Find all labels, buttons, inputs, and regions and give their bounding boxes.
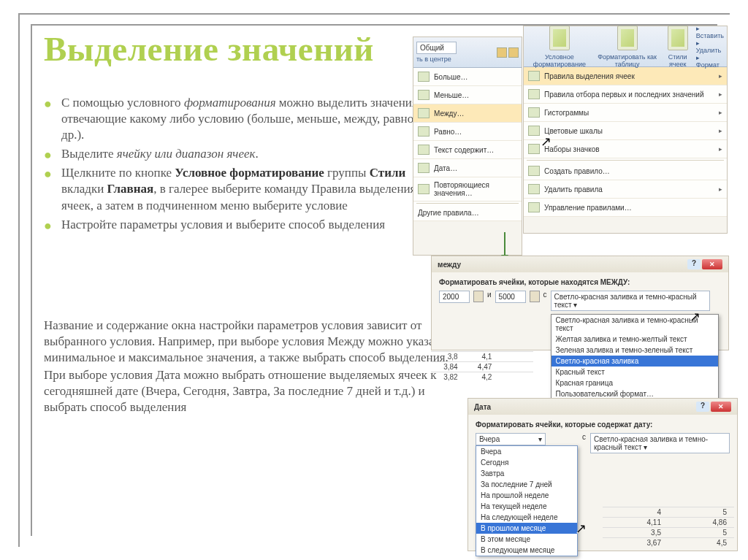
menu-equal[interactable]: Равно… xyxy=(413,123,522,141)
greater-icon xyxy=(418,72,430,82)
date-format-select[interactable]: Светло-красная заливка и темно-красный т… xyxy=(590,433,730,453)
menu-highlight-rules[interactable]: Правила выделения ячеек▸ xyxy=(524,67,727,85)
screenshot-between-dialog: между?✕ Форматировать ячейки, которые на… xyxy=(431,256,729,350)
duplicate-icon xyxy=(418,184,430,194)
close-icon[interactable]: ✕ xyxy=(702,259,722,269)
highlight-icon xyxy=(528,71,540,81)
menu-databars[interactable]: Гистограммы▸ xyxy=(524,104,727,122)
currency-icon xyxy=(497,47,507,58)
less-icon xyxy=(418,90,430,100)
frame-line xyxy=(18,13,730,15)
menu-top-bottom[interactable]: Правила отбора первых и последних значен… xyxy=(524,85,727,104)
text-icon xyxy=(418,145,430,155)
slide-title: Выделение значений xyxy=(44,29,374,69)
menu-date[interactable]: Дата… xyxy=(413,159,522,177)
range-picker-icon xyxy=(473,291,484,302)
conditional-format-icon xyxy=(549,26,570,50)
clear-icon xyxy=(528,184,540,194)
menu-clear-rules[interactable]: Удалить правила▸ xyxy=(524,180,727,199)
between-icon xyxy=(418,108,430,118)
menu-between[interactable]: Между… xyxy=(413,104,522,123)
equal-icon xyxy=(418,126,430,137)
new-rule-icon xyxy=(528,166,540,176)
bars-icon xyxy=(528,107,540,118)
frame-line xyxy=(31,24,32,536)
format-dropdown[interactable]: Светло-красная заливка и темно-красный т… xyxy=(551,314,719,400)
dialog-label: Форматировать ячейки, которые содержат д… xyxy=(476,421,730,429)
max-input[interactable]: 5000 xyxy=(495,291,526,303)
bullet-list: С помощью условного форматирования можно… xyxy=(44,95,424,236)
percent-icon xyxy=(508,47,519,58)
menu-icon-sets[interactable]: Наборы значков▸ xyxy=(524,140,727,158)
scales-icon xyxy=(528,126,540,136)
body-text: Название и содержание окна настройки пар… xyxy=(44,318,453,418)
frame-line xyxy=(18,13,20,547)
top-icon xyxy=(528,89,540,99)
screenshot-conditional-menu-left: Общий ть в центре Больше… Меньше… Между…… xyxy=(413,37,522,256)
dialog-label: Форматировать ячейки, которые находятся … xyxy=(439,278,721,286)
format-select[interactable]: Светло-красная заливка и темно-красный т… xyxy=(551,291,710,311)
screenshot-date-dialog: Дата?✕ Форматировать ячейки, которые сод… xyxy=(468,398,738,551)
bullet-item: Щелкните по кнопке Условное форматирован… xyxy=(44,165,424,213)
bullet-item: Выделите ячейку или диапазон ячеек. xyxy=(44,146,424,162)
arrow-indicator xyxy=(504,232,505,258)
manage-icon xyxy=(528,202,540,212)
menu-less[interactable]: Меньше… xyxy=(413,86,522,104)
cell-styles-icon xyxy=(668,26,688,50)
bullet-item: С помощью условного форматирования можно… xyxy=(44,95,424,143)
menu-more-rules[interactable]: Другие правила… xyxy=(413,205,522,221)
iconset-icon xyxy=(528,144,540,154)
format-table-icon xyxy=(617,26,638,50)
menu-color-scales[interactable]: Цветовые шкалы▸ xyxy=(524,122,727,140)
range-picker-icon xyxy=(530,291,540,302)
menu-manage-rules[interactable]: Управление правилами… xyxy=(524,199,727,217)
date-select[interactable]: Вчера ▾ xyxy=(476,433,546,445)
date-dropdown[interactable]: Вчера Сегодня Завтра За последние 7 дней… xyxy=(476,445,578,556)
menu-new-rule[interactable]: Создать правило… xyxy=(524,162,727,180)
date-icon xyxy=(418,163,430,173)
bullet-item: Настройте параметры условия и выберите с… xyxy=(44,217,424,233)
screenshot-styles-ribbon: Условное форматирование Форматировать ка… xyxy=(523,26,728,234)
close-icon[interactable]: ✕ xyxy=(711,402,731,412)
menu-duplicate[interactable]: Повторяющиеся значения… xyxy=(413,177,522,202)
min-input[interactable]: 2000 xyxy=(439,291,470,303)
menu-text-contains[interactable]: Текст содержит… xyxy=(413,141,522,159)
menu-greater[interactable]: Больше… xyxy=(413,68,522,86)
